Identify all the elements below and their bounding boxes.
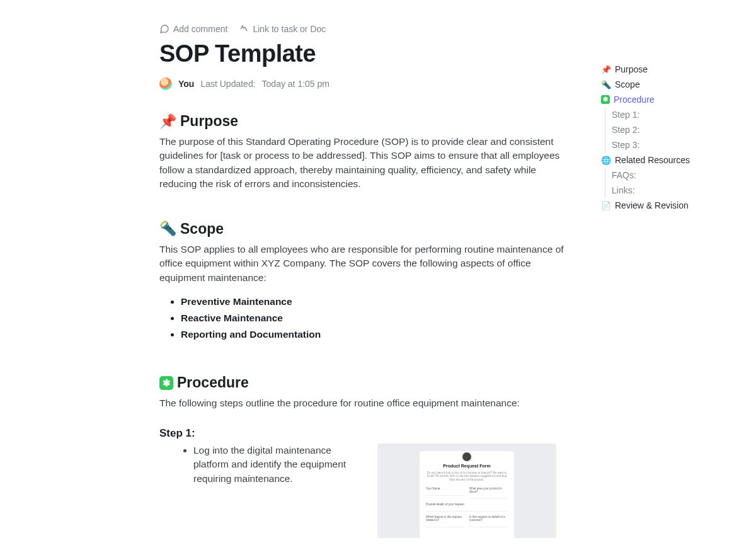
nav-procedure[interactable]: Procedure xyxy=(601,92,727,107)
nav-review-label: Review & Revision xyxy=(615,200,689,210)
flashlight-icon: 🔦 xyxy=(601,80,611,89)
scope-heading[interactable]: 🔦 Scope xyxy=(159,221,575,238)
nav-purpose[interactable]: 📌 Purpose xyxy=(601,62,727,77)
link-task-button[interactable]: Link to task or Doc xyxy=(239,24,326,34)
step1-row: Log into the digital maintenance platfor… xyxy=(159,444,575,538)
form-title: Product Request Form xyxy=(420,464,514,468)
add-comment-label: Add comment xyxy=(173,24,227,34)
doc-meta: You Last Updated: Today at 1:05 pm xyxy=(159,77,575,90)
nav-procedure-children: Step 1: Step 2: Step 3: xyxy=(605,107,727,152)
nav-step2[interactable]: Step 2: xyxy=(612,122,727,137)
nav-faqs[interactable]: FAQs: xyxy=(612,168,727,183)
document-main: Add comment Link to task or Doc SOP Temp… xyxy=(159,24,575,538)
page-icon: 📄 xyxy=(601,201,611,210)
nav-scope-label: Scope xyxy=(615,79,640,89)
nav-related-label: Related Resources xyxy=(615,155,690,165)
form-desc: Do you have a tool to buy or a customer … xyxy=(420,471,514,485)
nav-step3[interactable]: Step 3: xyxy=(612,137,727,152)
step1-text[interactable]: Log into the digital maintenance platfor… xyxy=(193,444,348,486)
author-name[interactable]: You xyxy=(178,79,194,89)
scope-list[interactable]: Preventive Maintenance Reactive Maintena… xyxy=(159,296,575,340)
author-avatar[interactable] xyxy=(159,77,172,90)
scope-heading-text: Scope xyxy=(180,221,224,238)
link-icon xyxy=(239,24,249,34)
nav-procedure-label: Procedure xyxy=(614,95,655,105)
comment-icon xyxy=(159,24,169,34)
purpose-heading[interactable]: 📌 Purpose xyxy=(159,113,575,130)
link-task-label: Link to task or Doc xyxy=(253,24,326,34)
nav-purpose-label: Purpose xyxy=(615,64,648,74)
updated-value: Today at 1:05 pm xyxy=(262,79,329,89)
nav-scope[interactable]: 🔦 Scope xyxy=(601,77,727,92)
form-card: Product Request Form Do you have a tool … xyxy=(420,451,514,550)
updated-label: Last Updated: xyxy=(200,79,255,89)
procedure-body[interactable]: The following steps outline the procedur… xyxy=(159,396,575,410)
scope-item-3[interactable]: Reporting and Documentation xyxy=(181,329,575,340)
procedure-icon xyxy=(159,376,173,390)
step1-bullets[interactable]: Log into the digital maintenance platfor… xyxy=(159,444,348,486)
page-title[interactable]: SOP Template xyxy=(159,40,575,67)
procedure-heading[interactable]: Procedure xyxy=(159,374,575,391)
outline-sidebar: 📌 Purpose 🔦 Scope Procedure Step 1: Step… xyxy=(601,62,727,213)
purpose-heading-text: Purpose xyxy=(180,113,238,130)
step1-text-col: Log into the digital maintenance platfor… xyxy=(159,444,348,486)
nav-links[interactable]: Links: xyxy=(612,183,727,198)
globe-icon: 🌐 xyxy=(601,156,611,165)
nav-review[interactable]: 📄 Review & Revision xyxy=(601,198,727,213)
asterisk-icon xyxy=(601,95,610,104)
scope-item-1[interactable]: Preventive Maintenance xyxy=(181,296,575,307)
add-comment-button[interactable]: Add comment xyxy=(159,24,227,34)
doc-toolbar: Add comment Link to task or Doc xyxy=(159,24,575,34)
form-preview-image[interactable]: Product Request Form Do you have a tool … xyxy=(377,444,556,538)
procedure-heading-text: Procedure xyxy=(177,374,249,391)
scope-icon: 🔦 xyxy=(159,221,176,237)
scope-body[interactable]: This SOP applies to all employees who ar… xyxy=(159,243,575,285)
purpose-body[interactable]: The purpose of this Standard Operating P… xyxy=(159,135,575,192)
purpose-icon: 📌 xyxy=(159,113,176,130)
form-avatar-icon xyxy=(462,452,471,461)
nav-related-children: FAQs: Links: xyxy=(605,168,727,198)
pin-icon: 📌 xyxy=(601,65,611,74)
scope-item-2[interactable]: Reactive Maintenance xyxy=(181,312,575,324)
step1-title[interactable]: Step 1: xyxy=(159,427,575,440)
nav-related[interactable]: 🌐 Related Resources xyxy=(601,152,727,168)
nav-step1[interactable]: Step 1: xyxy=(612,107,727,122)
